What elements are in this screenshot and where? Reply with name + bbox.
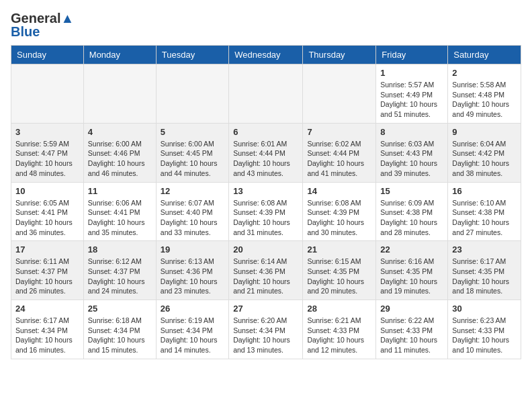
day-number: 21 (307, 244, 371, 255)
day-number: 29 (380, 304, 443, 314)
day-number: 14 (307, 186, 371, 196)
weekday-header: Monday (83, 46, 156, 64)
calendar-day-cell: 4Sunrise: 6:00 AM Sunset: 4:46 PM Daylig… (83, 123, 156, 182)
day-number: 24 (15, 304, 79, 314)
day-number: 8 (380, 127, 443, 137)
calendar-week-row: 24Sunrise: 6:17 AM Sunset: 4:34 PM Dayli… (11, 300, 521, 359)
calendar-week-row: 10Sunrise: 6:05 AM Sunset: 4:41 PM Dayli… (11, 182, 521, 241)
day-number: 16 (452, 186, 517, 196)
day-info: Sunrise: 6:14 AM Sunset: 4:36 PM Dayligh… (233, 257, 298, 296)
day-info: Sunrise: 6:21 AM Sunset: 4:33 PM Dayligh… (307, 316, 371, 355)
day-info: Sunrise: 6:18 AM Sunset: 4:34 PM Dayligh… (88, 316, 152, 355)
day-info: Sunrise: 6:10 AM Sunset: 4:38 PM Dayligh… (452, 198, 517, 238)
calendar-day-cell: 25Sunrise: 6:18 AM Sunset: 4:34 PM Dayli… (83, 300, 156, 359)
day-number: 28 (307, 304, 371, 314)
day-number: 12 (161, 186, 224, 196)
day-info: Sunrise: 6:08 AM Sunset: 4:39 PM Dayligh… (307, 198, 371, 238)
day-info: Sunrise: 6:20 AM Sunset: 4:34 PM Dayligh… (233, 316, 298, 355)
calendar-day-cell: 30Sunrise: 6:23 AM Sunset: 4:33 PM Dayli… (448, 300, 521, 359)
day-number: 17 (15, 244, 79, 255)
day-number: 20 (233, 244, 298, 255)
calendar-day-cell (303, 64, 376, 124)
day-info: Sunrise: 6:17 AM Sunset: 4:34 PM Dayligh… (15, 316, 79, 355)
day-info: Sunrise: 6:22 AM Sunset: 4:33 PM Dayligh… (380, 316, 443, 355)
day-info: Sunrise: 6:08 AM Sunset: 4:39 PM Dayligh… (233, 198, 298, 238)
calendar-day-cell (83, 64, 156, 124)
calendar-day-cell (156, 64, 228, 124)
day-number: 7 (307, 127, 371, 137)
calendar-day-cell: 12Sunrise: 6:07 AM Sunset: 4:40 PM Dayli… (156, 182, 228, 241)
calendar-day-cell: 13Sunrise: 6:08 AM Sunset: 4:39 PM Dayli… (229, 182, 303, 241)
day-number: 11 (88, 186, 152, 196)
day-info: Sunrise: 5:58 AM Sunset: 4:48 PM Dayligh… (452, 80, 517, 120)
day-info: Sunrise: 6:15 AM Sunset: 4:35 PM Dayligh… (307, 257, 371, 296)
day-number: 23 (452, 244, 517, 255)
calendar-day-cell (11, 64, 84, 124)
day-number: 4 (88, 127, 152, 137)
logo-blue: Blue (11, 24, 40, 40)
day-info: Sunrise: 6:06 AM Sunset: 4:41 PM Dayligh… (88, 198, 152, 238)
calendar-day-cell: 8Sunrise: 6:03 AM Sunset: 4:43 PM Daylig… (376, 123, 448, 182)
day-number: 30 (452, 304, 517, 314)
weekday-header: Saturday (448, 46, 521, 64)
weekday-header: Thursday (303, 46, 376, 64)
day-info: Sunrise: 6:11 AM Sunset: 4:37 PM Dayligh… (15, 257, 79, 296)
calendar-day-cell: 2Sunrise: 5:58 AM Sunset: 4:48 PM Daylig… (448, 64, 521, 124)
day-number: 10 (15, 186, 79, 196)
day-number: 26 (161, 304, 224, 314)
weekday-header: Wednesday (229, 46, 303, 64)
day-number: 22 (380, 244, 443, 255)
calendar-day-cell: 11Sunrise: 6:06 AM Sunset: 4:41 PM Dayli… (83, 182, 156, 241)
calendar-day-cell: 21Sunrise: 6:15 AM Sunset: 4:35 PM Dayli… (303, 241, 376, 300)
day-number: 18 (88, 244, 152, 255)
weekday-header: Tuesday (156, 46, 228, 64)
calendar-day-cell: 20Sunrise: 6:14 AM Sunset: 4:36 PM Dayli… (229, 241, 303, 300)
calendar-day-cell (229, 64, 303, 124)
day-number: 15 (380, 186, 443, 196)
calendar-day-cell: 17Sunrise: 6:11 AM Sunset: 4:37 PM Dayli… (11, 241, 84, 300)
day-info: Sunrise: 6:17 AM Sunset: 4:35 PM Dayligh… (452, 257, 517, 296)
calendar-day-cell: 10Sunrise: 6:05 AM Sunset: 4:41 PM Dayli… (11, 182, 84, 241)
day-number: 1 (380, 68, 443, 78)
day-info: Sunrise: 6:23 AM Sunset: 4:33 PM Dayligh… (452, 316, 517, 355)
calendar-day-cell: 5Sunrise: 6:00 AM Sunset: 4:45 PM Daylig… (156, 123, 228, 182)
calendar-day-cell: 15Sunrise: 6:09 AM Sunset: 4:38 PM Dayli… (376, 182, 448, 241)
calendar-day-cell: 14Sunrise: 6:08 AM Sunset: 4:39 PM Dayli… (303, 182, 376, 241)
day-number: 27 (233, 304, 298, 314)
calendar-header-row: SundayMondayTuesdayWednesdayThursdayFrid… (11, 46, 521, 64)
day-info: Sunrise: 6:19 AM Sunset: 4:34 PM Dayligh… (161, 316, 224, 355)
day-info: Sunrise: 6:04 AM Sunset: 4:42 PM Dayligh… (452, 139, 517, 179)
day-info: Sunrise: 6:00 AM Sunset: 4:46 PM Dayligh… (88, 139, 152, 179)
calendar-day-cell: 9Sunrise: 6:04 AM Sunset: 4:42 PM Daylig… (448, 123, 521, 182)
day-info: Sunrise: 5:57 AM Sunset: 4:49 PM Dayligh… (380, 80, 443, 120)
day-number: 9 (452, 127, 517, 137)
page-header: General▲ Blue (11, 11, 521, 40)
calendar-day-cell: 19Sunrise: 6:13 AM Sunset: 4:36 PM Dayli… (156, 241, 228, 300)
logo-text: General▲ (11, 11, 74, 26)
weekday-header: Sunday (11, 46, 84, 64)
day-info: Sunrise: 6:03 AM Sunset: 4:43 PM Dayligh… (380, 139, 443, 179)
calendar-body: 1Sunrise: 5:57 AM Sunset: 4:49 PM Daylig… (11, 64, 521, 359)
day-number: 5 (161, 127, 224, 137)
calendar-day-cell: 7Sunrise: 6:02 AM Sunset: 4:44 PM Daylig… (303, 123, 376, 182)
calendar-week-row: 17Sunrise: 6:11 AM Sunset: 4:37 PM Dayli… (11, 241, 521, 300)
calendar-day-cell: 24Sunrise: 6:17 AM Sunset: 4:34 PM Dayli… (11, 300, 84, 359)
calendar-day-cell: 16Sunrise: 6:10 AM Sunset: 4:38 PM Dayli… (448, 182, 521, 241)
day-info: Sunrise: 6:16 AM Sunset: 4:35 PM Dayligh… (380, 257, 443, 296)
calendar-day-cell: 28Sunrise: 6:21 AM Sunset: 4:33 PM Dayli… (303, 300, 376, 359)
calendar-week-row: 1Sunrise: 5:57 AM Sunset: 4:49 PM Daylig… (11, 64, 521, 124)
day-number: 19 (161, 244, 224, 255)
day-number: 3 (15, 127, 79, 137)
calendar-day-cell: 22Sunrise: 6:16 AM Sunset: 4:35 PM Dayli… (376, 241, 448, 300)
calendar-day-cell: 18Sunrise: 6:12 AM Sunset: 4:37 PM Dayli… (83, 241, 156, 300)
day-number: 13 (233, 186, 298, 196)
calendar-day-cell: 6Sunrise: 6:01 AM Sunset: 4:44 PM Daylig… (229, 123, 303, 182)
calendar-day-cell: 27Sunrise: 6:20 AM Sunset: 4:34 PM Dayli… (229, 300, 303, 359)
calendar: SundayMondayTuesdayWednesdayThursdayFrid… (11, 45, 521, 359)
calendar-day-cell: 23Sunrise: 6:17 AM Sunset: 4:35 PM Dayli… (448, 241, 521, 300)
day-info: Sunrise: 5:59 AM Sunset: 4:47 PM Dayligh… (15, 139, 79, 179)
day-info: Sunrise: 6:12 AM Sunset: 4:37 PM Dayligh… (88, 257, 152, 296)
day-info: Sunrise: 6:09 AM Sunset: 4:38 PM Dayligh… (380, 198, 443, 238)
calendar-day-cell: 3Sunrise: 5:59 AM Sunset: 4:47 PM Daylig… (11, 123, 84, 182)
calendar-day-cell: 29Sunrise: 6:22 AM Sunset: 4:33 PM Dayli… (376, 300, 448, 359)
